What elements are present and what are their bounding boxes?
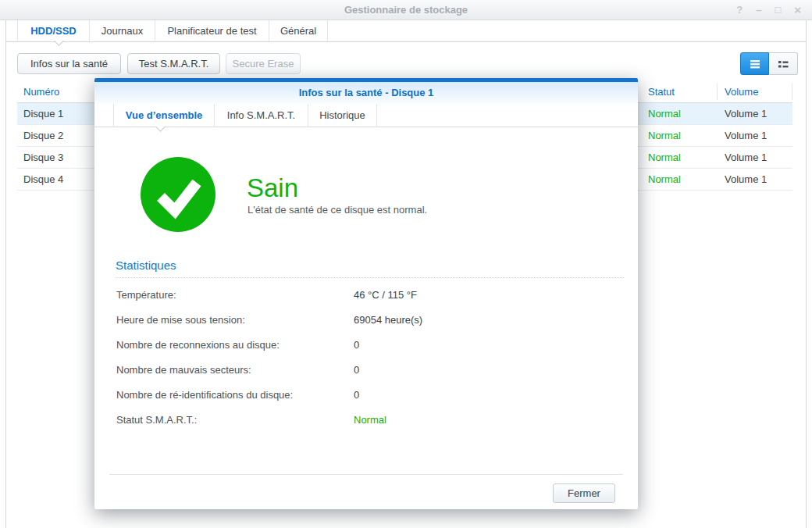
dialog-tab-vue-densemble[interactable]: Vue d’ensemble [113, 104, 215, 127]
cell-statut: Normal [648, 147, 681, 169]
health-ok-icon [141, 157, 215, 232]
stat-value: 46 °C / 115 °F [354, 283, 417, 308]
stat-value: 69054 heure(s) [354, 308, 422, 333]
stat-row-reconnections: Nombre de reconnexions au disque: 0 [116, 333, 622, 358]
dialog-title: Infos sur la santé - Disque 1 [94, 82, 638, 104]
health-info-dialog: Infos sur la santé - Disque 1 Vue d’ense… [94, 78, 638, 509]
cell-volume: Volume 1 [725, 125, 767, 147]
detail-view-button[interactable] [769, 52, 798, 75]
main-tab-bar: HDD/SSD Journaux Planificateur de test G… [6, 20, 806, 42]
cell-volume: Volume 1 [725, 147, 767, 169]
cell-numero: Disque 4 [23, 169, 63, 191]
maximize-icon[interactable]: □ [775, 4, 781, 16]
column-separator [792, 84, 792, 100]
stat-label: Nombre de mauvais secteurs: [116, 364, 251, 376]
stat-label: Heure de mise sous tension: [116, 314, 245, 326]
dialog-footer-divider [109, 474, 623, 475]
close-dialog-button[interactable]: Fermer [553, 483, 615, 503]
dialog-tab-info-smart[interactable]: Info S.M.A.R.T. [215, 104, 308, 127]
tab-general[interactable]: Général [269, 20, 328, 41]
stat-value: 0 [354, 333, 359, 358]
window-titlebar: Gestionnaire de stockage ? – □ × [0, 0, 812, 20]
health-status-text: Sain [247, 173, 298, 203]
statistics-list: Température: 46 °C / 115 °F Heure de mis… [116, 283, 622, 433]
stat-row-bad-sectors: Nombre de mauvais secteurs: 0 [116, 358, 622, 383]
window-title: Gestionnaire de stockage [0, 0, 812, 20]
health-status-description: L'état de santé de ce disque est normal. [248, 204, 427, 216]
stat-row-re-identifications: Nombre de ré-identifications du disque: … [116, 383, 622, 408]
detail-list-icon [776, 57, 790, 71]
stat-label: Température: [116, 289, 176, 301]
health-info-button[interactable]: Infos sur la santé [17, 53, 121, 74]
tab-planificateur-de-test[interactable]: Planificateur de test [155, 20, 269, 41]
list-icon [748, 57, 762, 71]
cell-volume: Volume 1 [725, 103, 767, 125]
stat-row-smart-status: Statut S.M.A.R.T.: Normal [116, 408, 622, 433]
cell-numero: Disque 1 [23, 103, 63, 125]
cell-statut: Normal [648, 103, 681, 125]
list-view-button[interactable] [740, 52, 769, 75]
help-icon[interactable]: ? [736, 4, 743, 16]
tab-journaux[interactable]: Journaux [90, 20, 155, 41]
cell-statut: Normal [648, 125, 681, 147]
stat-row-temperature: Température: 46 °C / 115 °F [116, 283, 622, 308]
stat-label: Nombre de reconnexions au disque: [116, 339, 280, 351]
column-header-statut[interactable]: Statut [648, 81, 675, 103]
stat-label: Statut S.M.A.R.T.: [116, 414, 197, 426]
statistics-section-title: Statistiques [116, 259, 176, 272]
dialog-tab-historique[interactable]: Historique [308, 104, 377, 127]
stat-value: 0 [354, 358, 359, 383]
column-header-volume[interactable]: Volume [725, 81, 758, 103]
column-header-numero[interactable]: Numéro [23, 81, 59, 103]
stat-label: Nombre de ré-identifications du disque: [116, 389, 293, 401]
tab-hdd-ssd[interactable]: HDD/SSD [17, 20, 90, 41]
minimize-icon[interactable]: – [756, 4, 761, 16]
cell-numero: Disque 2 [23, 125, 63, 147]
cell-numero: Disque 3 [23, 147, 63, 169]
cell-statut: Normal [648, 169, 681, 191]
statistics-divider [116, 277, 624, 278]
stat-value: 0 [354, 383, 359, 408]
stat-value: Normal [354, 408, 386, 433]
window-controls: ? – □ × [736, 0, 801, 20]
dialog-tab-bar: Vue d’ensemble Info S.M.A.R.T. Historiqu… [94, 104, 638, 127]
checkmark-icon [141, 157, 215, 232]
column-separator [717, 84, 718, 100]
cell-volume: Volume 1 [725, 169, 767, 191]
close-icon[interactable]: × [794, 3, 801, 16]
secure-erase-button[interactable]: Secure Erase [226, 53, 301, 74]
stat-row-power-on-hours: Heure de mise sous tension: 69054 heure(… [116, 308, 622, 333]
view-toggle-group [740, 52, 798, 75]
smart-test-button[interactable]: Test S.M.A.R.T. [127, 53, 220, 74]
